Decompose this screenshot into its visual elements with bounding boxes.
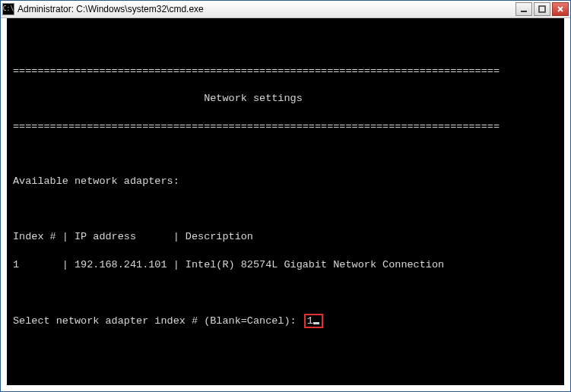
- svg-rect-0: [521, 11, 527, 12]
- cmd-icon: C:\: [2, 3, 14, 15]
- rule-bottom: ========================================…: [13, 120, 558, 134]
- maximize-button[interactable]: [534, 2, 550, 16]
- svg-rect-1: [539, 6, 545, 12]
- prompt-text: Select network adapter index # (Blank=Ca…: [13, 315, 303, 327]
- blank-line: [13, 286, 558, 299]
- minimize-button[interactable]: [515, 2, 532, 16]
- prompt-line: Select network adapter index # (Blank=Ca…: [13, 314, 558, 329]
- blank-line: [13, 147, 558, 161]
- table-row: 1 | 192.168.241.101 | Intel(R) 82574L Gi…: [13, 258, 558, 272]
- titlebar-text: Administrator: C:\Windows\system32\cmd.e…: [17, 4, 515, 14]
- close-button[interactable]: [552, 2, 569, 16]
- titlebar-buttons: [515, 2, 569, 16]
- maximize-icon: [538, 5, 546, 13]
- table-header: Index # | IP address | Description: [13, 230, 558, 244]
- rule-top: ========================================…: [13, 65, 558, 78]
- available-adapters-label: Available network adapters:: [13, 175, 558, 188]
- input-highlight: 1: [304, 314, 323, 329]
- blank-line: [13, 203, 558, 217]
- blank-line: [13, 36, 558, 50]
- close-icon: [557, 5, 564, 13]
- minimize-icon: [520, 5, 528, 13]
- input-value[interactable]: 1: [307, 315, 313, 327]
- header-title: Network settings: [13, 92, 558, 106]
- cmd-window: C:\ Administrator: C:\Windows\system32\c…: [0, 0, 571, 392]
- cursor: [313, 322, 319, 324]
- titlebar[interactable]: C:\ Administrator: C:\Windows\system32\c…: [1, 1, 570, 18]
- terminal-area[interactable]: ========================================…: [1, 18, 570, 391]
- cmd-icon-glyph: C:\: [3, 6, 14, 12]
